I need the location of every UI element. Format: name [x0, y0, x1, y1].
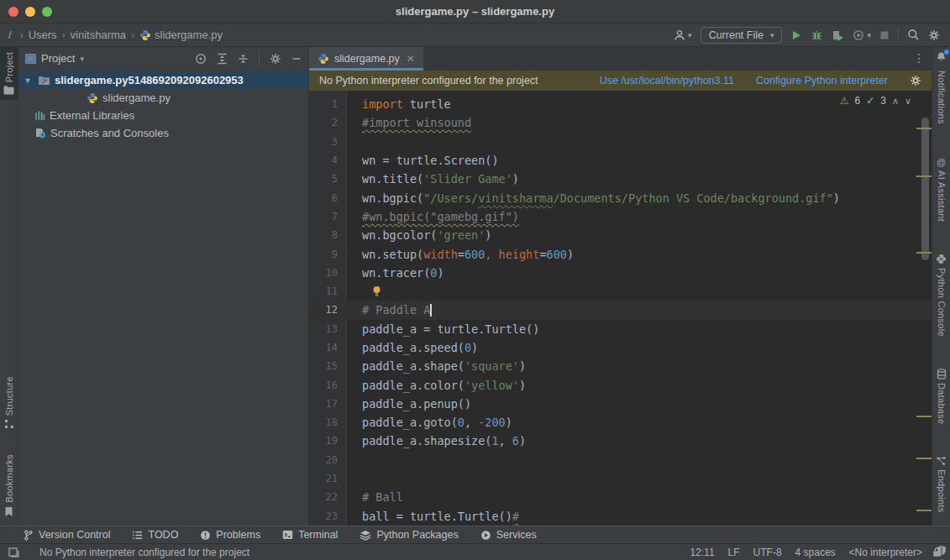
line-number[interactable]: 22 [309, 491, 347, 503]
code-line[interactable]: 23ball = turtle.Turtle()# [309, 507, 932, 526]
code-line[interactable]: 9wn.setup(width=600, height=600) [309, 244, 932, 263]
line-number[interactable]: 3 [309, 136, 347, 148]
profiler-button[interactable]: ▾ [853, 29, 871, 41]
code-line[interactable]: 8wn.bgcolor('green') [309, 226, 932, 244]
line-number[interactable]: 7 [309, 211, 347, 222]
code-line[interactable]: 14paddle_a.speed(0) [309, 338, 932, 357]
code-line[interactable]: 19paddle_a.shapesize(1, 6) [309, 432, 932, 450]
line-number[interactable]: 11 [309, 285, 347, 297]
inspection-widget[interactable]: ⚠ 6 ✓ 3 ∧ ∨ [840, 95, 911, 107]
breadcrumb-vinitsharma[interactable]: vinitsharma [71, 29, 126, 41]
tool-button-endpoints[interactable]: Endpoints [936, 451, 947, 518]
warning-stripe-mark[interactable] [916, 458, 932, 459]
status-widget[interactable]: 4 spaces [795, 547, 836, 558]
gear-icon[interactable] [910, 75, 921, 86]
warning-stripe-mark[interactable] [916, 175, 932, 177]
tree-item[interactable]: External Libraries [18, 107, 308, 124]
code-line[interactable]: 5wn.title('Slider Game') [309, 170, 932, 188]
stop-button[interactable] [879, 30, 890, 40]
code-line[interactable]: 2#import winsound [309, 113, 932, 132]
hide-panel-icon[interactable] [291, 54, 302, 64]
tool-button-terminal[interactable]: Terminal [282, 529, 338, 541]
line-number[interactable]: 14 [309, 342, 347, 353]
chevron-down-icon[interactable]: ▾ [22, 76, 34, 85]
warning-stripe-mark[interactable] [916, 128, 932, 129]
collapse-all-icon[interactable] [238, 53, 249, 65]
code-editor[interactable]: 1import turtle2#import winsound34wn = tu… [309, 91, 932, 526]
code-line[interactable]: 10wn.tracer(0) [309, 264, 932, 282]
search-everywhere-button[interactable] [907, 29, 920, 41]
line-number[interactable]: 9 [309, 249, 347, 260]
status-widget[interactable]: LF [728, 547, 740, 558]
code-line[interactable]: 17paddle_a.penup() [309, 395, 932, 413]
editor-scrollbar[interactable] [921, 118, 929, 260]
code-line[interactable]: 13paddle_a = turtle.Turtle() [309, 320, 932, 338]
code-line[interactable]: 11 [309, 282, 932, 301]
tab-options-kebab-icon[interactable]: ⋮ [913, 51, 925, 65]
project-panel-title-button[interactable]: Project ▾ [25, 52, 84, 65]
code-line[interactable]: 15paddle_a.shape('square') [309, 357, 932, 375]
line-number[interactable]: 23 [309, 510, 347, 522]
tool-button-notifications-icon-wrap[interactable] [936, 51, 947, 62]
line-number[interactable]: 18 [309, 416, 347, 428]
code-line[interactable]: 7#wn.bgpic("gamebg.gif") [309, 207, 932, 226]
code-line[interactable]: 16paddle_a.color('yellow') [309, 375, 932, 394]
code-line[interactable]: 12# Paddle A [309, 301, 932, 319]
line-number[interactable]: 10 [309, 267, 347, 279]
line-number[interactable]: 4 [309, 154, 347, 166]
tool-button-structure[interactable]: Structure [4, 371, 14, 434]
tab-slidergame[interactable]: slidergame.py ✕ [309, 47, 423, 71]
tool-window-layout-icon[interactable] [8, 547, 19, 557]
code-line[interactable]: 22# Ball [309, 488, 932, 506]
line-number[interactable]: 20 [309, 454, 347, 466]
warning-stripe-mark[interactable] [916, 252, 932, 254]
code-line[interactable]: 21 [309, 469, 932, 488]
line-number[interactable]: 19 [309, 435, 347, 447]
run-with-coverage-button[interactable] [832, 29, 844, 41]
tool-button-todo[interactable]: TODO [132, 529, 178, 541]
code-line[interactable]: 1import turtle [309, 95, 932, 113]
next-problem-icon[interactable]: ∨ [905, 96, 911, 107]
line-number[interactable]: 16 [309, 379, 347, 391]
line-number[interactable]: 5 [309, 173, 347, 185]
configure-interpreter-link[interactable]: Configure Python interpreter [756, 75, 888, 86]
tool-button-notifications[interactable]: Notifications [936, 65, 947, 129]
breadcrumb-file[interactable]: slidergame.py [155, 29, 223, 41]
tree-item[interactable]: slidergame.py [18, 89, 308, 107]
gear-icon[interactable] [270, 53, 281, 65]
tool-button-bookmarks[interactable]: Bookmarks [4, 449, 14, 522]
tool-button-cover[interactable]: Cover [936, 540, 947, 560]
line-number[interactable]: 6 [309, 192, 347, 204]
run-button[interactable] [790, 29, 802, 41]
line-number[interactable]: 17 [309, 398, 347, 410]
tool-button-version-control[interactable]: Version Control [24, 529, 110, 541]
expand-all-icon[interactable] [217, 53, 228, 65]
line-number[interactable]: 21 [309, 473, 347, 484]
previous-problem-icon[interactable]: ∧ [892, 96, 899, 107]
line-number[interactable]: 13 [309, 323, 347, 335]
debug-button[interactable] [811, 29, 823, 41]
tool-button-python-console[interactable]: Python Console [936, 249, 947, 342]
code-line[interactable]: 18paddle_a.goto(0, -200) [309, 413, 932, 432]
select-opened-file-icon[interactable] [195, 53, 207, 65]
breadcrumb-root[interactable]: / [5, 29, 15, 41]
tool-button-services[interactable]: Services [480, 529, 537, 541]
line-number[interactable]: 15 [309, 360, 347, 372]
code-line[interactable]: 20 [309, 451, 932, 469]
tree-item[interactable]: Scratches and Consoles [18, 124, 308, 142]
line-number[interactable]: 2 [309, 117, 347, 128]
tool-button-problems[interactable]: Problems [200, 529, 260, 541]
code-line[interactable]: 4wn = turtle.Screen() [309, 151, 932, 170]
user-account-button[interactable]: ▾ [674, 29, 692, 41]
tree-item[interactable]: ▾slidergame.py5148692092092602953 [18, 71, 308, 89]
code-line[interactable]: 6wn.bgpic("/Users/vinitsharma/Documents/… [309, 188, 932, 207]
tool-button-python-packages[interactable]: Python Packages [360, 529, 458, 541]
tool-button-database[interactable]: Database [936, 364, 947, 430]
settings-button[interactable] [928, 29, 940, 41]
warning-stripe-mark[interactable] [916, 510, 932, 511]
tool-button-ai-assistant[interactable]: @AI Assistant [936, 151, 947, 227]
tool-button-project[interactable]: Project [0, 47, 18, 100]
line-number[interactable]: 1 [309, 98, 347, 110]
warning-stripe-mark[interactable] [916, 416, 932, 417]
status-widget[interactable]: <No interpreter> [849, 547, 922, 558]
